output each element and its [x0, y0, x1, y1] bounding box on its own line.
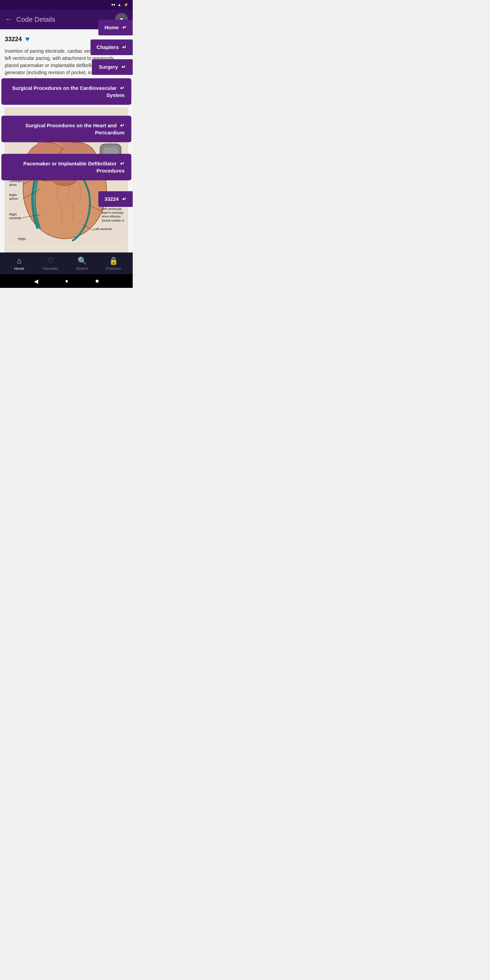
back-button[interactable]: ←	[5, 15, 12, 24]
favorites-nav-label: Favorites	[43, 266, 58, 270]
home-nav-icon: ⌂	[17, 256, 21, 266]
android-nav-bar: ◀ ● ■	[0, 274, 133, 288]
breadcrumb-heart-button[interactable]: Surgical Procedures on the Heart and ↵Pe…	[2, 116, 131, 142]
nav-home[interactable]: ⌂ Home	[9, 256, 29, 270]
svg-text:Left ventricular: Left ventricular	[102, 207, 122, 211]
android-back-button[interactable]: ◀	[34, 278, 38, 285]
breadcrumb-pacemaker-button[interactable]: Pacemaker or Implantable Defibrillator ↵…	[2, 154, 131, 180]
svg-text:Right: Right	[9, 193, 17, 197]
premium-nav-label: Premium	[106, 266, 121, 270]
favorite-heart-icon[interactable]: ♥	[25, 35, 30, 43]
breadcrumb-chapters-label: Chapters ↵	[97, 44, 127, 50]
battery-icon: ⚡	[124, 2, 129, 7]
favorites-nav-icon: ♡	[47, 256, 54, 266]
android-recent-button[interactable]: ■	[95, 278, 99, 284]
search-nav-icon: 🔍	[78, 256, 87, 266]
breadcrumb-heart-label: Surgical Procedures on the Heart and ↵Pe…	[25, 123, 124, 135]
breadcrumb-surgery-button[interactable]: Surgery ↵	[92, 59, 133, 75]
signal-icon: ▲	[118, 2, 121, 7]
svg-text:ventricle: ventricle	[9, 216, 21, 220]
breadcrumb-pacemaker-label: Pacemaker or Implantable Defibrillator ↵…	[24, 161, 124, 173]
breadcrumb-surgery-label: Surgery ↵	[99, 64, 126, 70]
svg-text:Left ventricle: Left ventricle	[94, 227, 112, 231]
svg-text:lead in coronary: lead in coronary	[102, 211, 124, 215]
search-nav-label: Search	[76, 266, 88, 270]
page-title: Code Details	[16, 16, 111, 24]
svg-text:Right: Right	[9, 212, 17, 216]
svg-text:sinus tributary: sinus tributary	[102, 215, 121, 218]
svg-text:atrium: atrium	[9, 197, 18, 200]
svg-text:Right: Right	[18, 237, 25, 240]
wifi-icon: ▾▾	[111, 2, 115, 7]
breadcrumb-33224-button[interactable]: 33224 ↵	[98, 191, 133, 207]
nav-search[interactable]: 🔍 Search	[72, 256, 92, 270]
android-home-button[interactable]: ●	[65, 278, 68, 284]
breadcrumb-home-button[interactable]: Home ↵	[98, 20, 133, 35]
breadcrumb-home-label: Home ↵	[105, 24, 127, 30]
nav-premium[interactable]: 🔒 Premium	[103, 256, 124, 270]
bottom-navigation: ⌂ Home ♡ Favorites 🔍 Search 🔒 Premium	[0, 253, 133, 274]
premium-nav-icon: 🔒	[109, 256, 118, 266]
svg-text:sinus: sinus	[9, 183, 17, 186]
breadcrumb-33224-label: 33224 ↵	[105, 196, 127, 202]
home-nav-label: Home	[14, 266, 24, 270]
nav-favorites[interactable]: ♡ Favorites	[40, 256, 61, 270]
code-number: 33224	[5, 36, 22, 43]
breadcrumb-cardiovascular-button[interactable]: Surgical Procedures on the Cardiovascula…	[2, 78, 131, 105]
breadcrumb-chapters-button[interactable]: Chapters ↵	[91, 40, 133, 55]
svg-text:(Great cardiac vein): (Great cardiac vein)	[102, 219, 124, 222]
breadcrumb-cardiovascular-label: Surgical Procedures on the Cardiovascula…	[12, 85, 124, 98]
status-bar: ▾▾ ▲ ⚡	[0, 0, 133, 10]
